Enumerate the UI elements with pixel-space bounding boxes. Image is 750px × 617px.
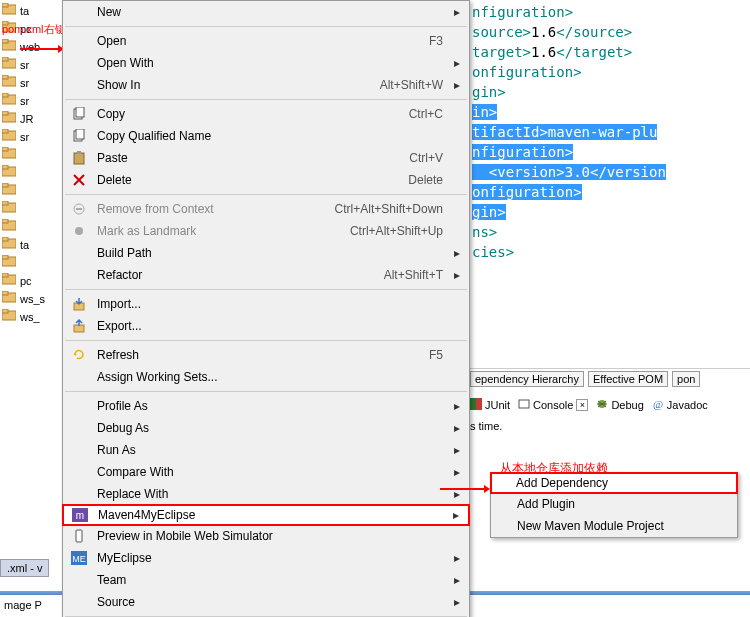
blank-icon — [69, 77, 89, 93]
editor-tab[interactable]: .xml - v — [0, 559, 49, 577]
menu-item-refresh[interactable]: RefreshF5 — [63, 344, 469, 366]
menu-item-refactor[interactable]: RefactorAlt+Shift+T▸ — [63, 264, 469, 286]
mobile-icon — [69, 528, 89, 544]
view-tab-console[interactable]: Console× — [518, 398, 588, 412]
menu-item-copy[interactable]: CopyCtrl+C — [63, 103, 469, 125]
submenu-arrow-icon: ▸ — [451, 399, 463, 413]
menu-item-new[interactable]: New▸ — [63, 1, 469, 23]
tree-item[interactable] — [0, 146, 56, 164]
menu-shortcut: Ctrl+V — [409, 151, 451, 165]
mark-icon — [69, 223, 89, 239]
menu-label: Team — [89, 573, 443, 587]
submenu-arrow-icon: ▸ — [451, 465, 463, 479]
tree-item[interactable] — [0, 218, 56, 236]
submenu-label: Add Plugin — [517, 497, 575, 511]
editor-line: in> — [472, 102, 748, 122]
menu-item-maven4myeclipse[interactable]: mMaven4MyEclipse▸ — [62, 504, 470, 526]
svg-rect-31 — [2, 273, 8, 277]
refresh-icon — [69, 347, 89, 363]
menu-label: Preview in Mobile Web Simulator — [89, 529, 443, 543]
svg-rect-25 — [2, 219, 8, 223]
menu-item-build-path[interactable]: Build Path▸ — [63, 242, 469, 264]
tree-item[interactable] — [0, 182, 56, 200]
editor-line: gin> — [472, 202, 748, 222]
tree-item[interactable]: sr — [0, 56, 56, 74]
tree-item[interactable]: JR — [0, 110, 56, 128]
editor-line: target>1.6</target> — [472, 42, 748, 62]
menu-item-replace-with[interactable]: Replace With▸ — [63, 483, 469, 505]
annotation-arrow-1 — [20, 48, 62, 50]
menu-item-preview-in-mobile-web-simulator[interactable]: Preview in Mobile Web Simulator — [63, 525, 469, 547]
editor-line: nfiguration> — [472, 142, 748, 162]
tree-item[interactable]: sr — [0, 74, 56, 92]
blank-icon — [69, 4, 89, 20]
menu-item-open-with[interactable]: Open With▸ — [63, 52, 469, 74]
editor-tab[interactable]: pon — [672, 371, 700, 387]
menu-item-copy-qualified-name[interactable]: Copy Qualified Name — [63, 125, 469, 147]
menu-label: Assign Working Sets... — [89, 370, 443, 384]
editor-line: source>1.6</source> — [472, 22, 748, 42]
menu-item-compare-with[interactable]: Compare With▸ — [63, 461, 469, 483]
tree-item[interactable] — [0, 200, 56, 218]
submenu-arrow-icon: ▸ — [451, 551, 463, 565]
folder-icon — [2, 219, 18, 235]
submenu-item-new-maven-module-project[interactable]: New Maven Module Project — [491, 515, 737, 537]
context-menu: New▸OpenF3Open With▸Show InAlt+Shift+W▸C… — [62, 0, 470, 617]
svg-rect-33 — [2, 291, 8, 295]
menu-item-run-as[interactable]: Run As▸ — [63, 439, 469, 461]
menu-item-import[interactable]: Import... — [63, 293, 469, 315]
blank-icon — [69, 267, 89, 283]
menu-label: Maven4MyEclipse — [90, 508, 442, 522]
menu-item-source[interactable]: Source▸ — [63, 591, 469, 613]
console-icon — [518, 398, 530, 412]
tree-item-label: sr — [20, 59, 29, 71]
svg-rect-11 — [2, 93, 8, 97]
folder-icon — [2, 165, 18, 181]
tree-item-label: sr — [20, 131, 29, 143]
view-tab-debug[interactable]: Debug — [596, 398, 643, 412]
submenu-arrow-icon: ▸ — [451, 573, 463, 587]
menu-item-myeclipse[interactable]: MEMyEclipse▸ — [63, 547, 469, 569]
editor-tab[interactable]: Effective POM — [588, 371, 668, 387]
svg-rect-17 — [2, 147, 8, 151]
editor-line: onfiguration> — [472, 62, 748, 82]
tree-item[interactable]: ta — [0, 2, 56, 20]
tree-item[interactable]: ws_ — [0, 308, 56, 326]
menu-item-team[interactable]: Team▸ — [63, 569, 469, 591]
view-tab-label: Javadoc — [667, 399, 708, 411]
close-icon[interactable]: × — [576, 399, 588, 411]
menu-label: New — [89, 5, 443, 19]
svg-rect-7 — [2, 57, 8, 61]
tree-item[interactable]: pc — [0, 272, 56, 290]
tree-item[interactable]: web — [0, 38, 56, 56]
tree-item[interactable] — [0, 164, 56, 182]
menu-item-delete[interactable]: DeleteDelete — [63, 169, 469, 191]
menu-item-assign-working-sets[interactable]: Assign Working Sets... — [63, 366, 469, 388]
menu-item-show-in[interactable]: Show InAlt+Shift+W▸ — [63, 74, 469, 96]
editor-tab[interactable]: ependency Hierarchy — [470, 371, 584, 387]
editor-bottom-tabs: ependency HierarchyEffective POMpon — [470, 368, 750, 387]
submenu-item-add-plugin[interactable]: Add Plugin — [491, 493, 737, 515]
editor-pane[interactable]: nfiguration>source>1.6</source>target>1.… — [470, 0, 750, 264]
view-tab-junit[interactable]: JUnit — [470, 398, 510, 412]
menu-item-paste[interactable]: PasteCtrl+V — [63, 147, 469, 169]
menu-label: Replace With — [89, 487, 443, 501]
menu-item-open[interactable]: OpenF3 — [63, 30, 469, 52]
tree-item[interactable]: ws_s — [0, 290, 56, 308]
svg-text:@: @ — [653, 398, 663, 410]
tree-item[interactable]: ta — [0, 236, 56, 254]
menu-item-export[interactable]: Export... — [63, 315, 469, 337]
tree-item[interactable]: sr — [0, 128, 56, 146]
svg-rect-21 — [2, 183, 8, 187]
menu-label: Refactor — [89, 268, 384, 282]
menu-item-mark-as-landmark: Mark as LandmarkCtrl+Alt+Shift+Up — [63, 220, 469, 242]
tree-item[interactable]: sr — [0, 92, 56, 110]
submenu-item-add-dependency[interactable]: Add Dependency — [490, 472, 738, 494]
menu-label: MyEclipse — [89, 551, 443, 565]
tree-item[interactable] — [0, 254, 56, 272]
menu-item-profile-as[interactable]: Profile As▸ — [63, 395, 469, 417]
view-tab-javadoc[interactable]: @Javadoc — [652, 398, 708, 412]
menu-item-debug-as[interactable]: Debug As▸ — [63, 417, 469, 439]
svg-rect-48 — [74, 325, 84, 332]
console-output: s time. — [470, 420, 502, 432]
